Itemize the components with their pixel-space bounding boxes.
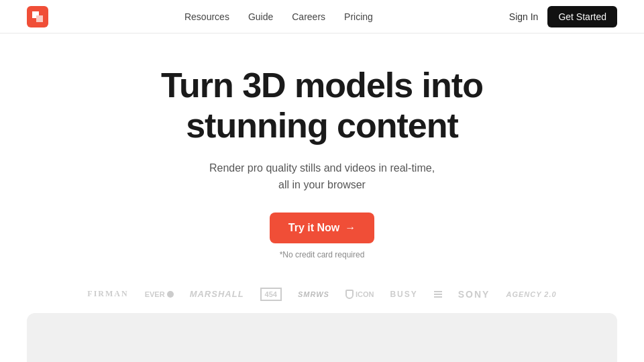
try-it-now-button[interactable]: Try it Now → xyxy=(270,213,374,243)
brand-logos: FIRMAN EVER Marshall 454 SMRWS ICON BUSY… xyxy=(0,276,644,313)
nav-guide[interactable]: Guide xyxy=(248,11,273,22)
brand-bars xyxy=(434,291,442,298)
sign-in-button[interactable]: Sign In xyxy=(509,11,539,22)
brand-smrws: SMRWS xyxy=(298,290,329,298)
brand-firman: FIRMAN xyxy=(87,289,128,299)
logo[interactable] xyxy=(27,6,48,27)
brand-ever: EVER xyxy=(145,290,174,298)
brand-marshall: Marshall xyxy=(190,289,244,299)
site-header: Resources Guide Careers Pricing Sign In … xyxy=(0,0,644,34)
arrow-icon: → xyxy=(345,222,356,234)
main-nav: Resources Guide Careers Pricing xyxy=(184,11,373,22)
nav-resources[interactable]: Resources xyxy=(184,11,229,22)
brand-icon: ICON xyxy=(345,290,374,299)
get-started-button[interactable]: Get Started xyxy=(547,6,617,27)
hero-subtitle: Render pro quality stills and videos in … xyxy=(27,160,617,194)
hero-section: Turn 3D models into stunning content Ren… xyxy=(0,34,644,276)
brand-agency: Agency 2.0 xyxy=(506,290,556,298)
brand-busy: BUSY xyxy=(390,290,417,299)
hero-title: Turn 3D models into stunning content xyxy=(27,66,617,146)
brand-454: 454 xyxy=(260,288,282,301)
nav-pricing[interactable]: Pricing xyxy=(344,11,373,22)
product-preview xyxy=(27,313,617,362)
nav-careers[interactable]: Careers xyxy=(292,11,325,22)
brand-sony: SONY xyxy=(458,289,490,300)
header-actions: Sign In Get Started xyxy=(509,6,617,27)
no-credit-card-text: *No credit card required xyxy=(27,250,617,259)
